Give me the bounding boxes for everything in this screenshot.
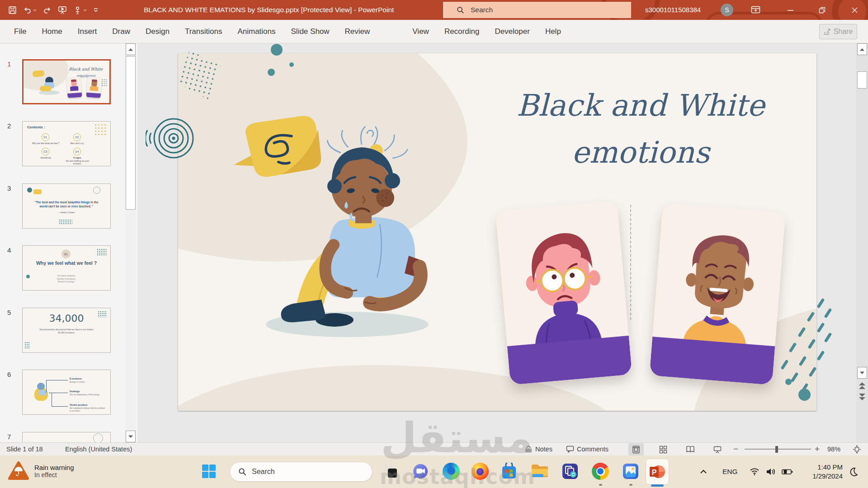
tray-time: 1:40 PM bbox=[817, 463, 843, 472]
slide-show-button[interactable] bbox=[710, 443, 725, 455]
battery-charging-icon[interactable] bbox=[781, 455, 793, 488]
tab-review[interactable]: Review bbox=[337, 20, 378, 43]
tab-recording[interactable]: Recording bbox=[437, 20, 487, 43]
search-input[interactable] bbox=[471, 6, 606, 14]
next-slide-button[interactable] bbox=[859, 393, 865, 400]
thumbnail-scrollbar[interactable] bbox=[125, 43, 136, 442]
tab-help[interactable]: Help bbox=[538, 20, 569, 43]
tab-view[interactable]: View bbox=[405, 20, 437, 43]
slide-indicator[interactable]: Slide 1 of 18 bbox=[6, 443, 43, 455]
undo-button[interactable] bbox=[23, 6, 37, 14]
tab-design[interactable]: Design bbox=[138, 20, 177, 43]
user-avatar[interactable]: S bbox=[721, 4, 733, 16]
language-switcher[interactable]: ENG bbox=[722, 455, 738, 488]
close-button[interactable] bbox=[842, 0, 867, 20]
task-view-button[interactable] bbox=[381, 461, 401, 481]
tab-transitions[interactable]: Transitions bbox=[177, 20, 230, 43]
slide-thumbnail-4[interactable]: 01 Why we feel what we feel ? Not same e… bbox=[22, 245, 111, 291]
scroll-down-button[interactable] bbox=[857, 367, 867, 379]
thumbnail-scroll-up-button[interactable] bbox=[126, 43, 136, 55]
photos-app-icon[interactable] bbox=[621, 461, 641, 481]
normal-view-button[interactable] bbox=[628, 443, 644, 455]
slide-scrollbar[interactable] bbox=[856, 43, 868, 442]
file-explorer-icon[interactable] bbox=[530, 461, 550, 481]
slide-thumbnail-panel: 1 2 3 4 5 6 7 Black and Whiteemotions bbox=[0, 43, 137, 442]
scroll-up-button[interactable] bbox=[857, 43, 867, 55]
restore-button[interactable] bbox=[809, 0, 835, 20]
customize-qat-button[interactable] bbox=[93, 7, 99, 13]
teal-dot bbox=[785, 379, 792, 385]
save-icon[interactable] bbox=[8, 6, 17, 14]
photos-running-indicator bbox=[629, 484, 632, 486]
comments-toggle[interactable]: Comments bbox=[566, 443, 609, 455]
concentric-circles-decoration bbox=[146, 111, 200, 165]
night-mode-icon[interactable] bbox=[849, 455, 858, 488]
slide-thumbnail-3[interactable]: "The best and the most beautiful things … bbox=[22, 183, 111, 229]
thumb-number-5: 5 bbox=[7, 309, 11, 316]
taskbar-search-input[interactable] bbox=[252, 468, 356, 476]
share-icon bbox=[824, 28, 831, 35]
start-button[interactable] bbox=[199, 461, 219, 481]
notes-icon bbox=[524, 446, 533, 453]
chrome-browser-icon[interactable] bbox=[590, 461, 610, 481]
ribbon-display-options-button[interactable] bbox=[743, 0, 768, 20]
slide-thumbnail-7[interactable] bbox=[22, 432, 111, 442]
gold-sparkles bbox=[94, 123, 108, 135]
undo-dropdown-icon bbox=[33, 8, 37, 12]
windows-taskbar: Rain warning In effect bbox=[0, 455, 868, 488]
slide-sorter-view-button[interactable] bbox=[656, 443, 671, 455]
ribbon-tab-bar: File Home Insert Draw Design Transitions… bbox=[0, 20, 868, 43]
volume-icon[interactable] bbox=[766, 455, 776, 488]
rain-warning-icon bbox=[8, 461, 29, 481]
fit-to-window-button[interactable] bbox=[850, 443, 863, 455]
slide-thumbnail-2[interactable]: Contents : 01 Why we feel what we feel ?… bbox=[22, 121, 111, 166]
chrome-running-indicator bbox=[599, 484, 602, 486]
slide-thumbnail-1[interactable]: Black and Whiteemotions bbox=[22, 59, 111, 104]
clock-widget[interactable]: 1:40 PM 1/29/2024 bbox=[801, 455, 843, 488]
previous-slide-button[interactable] bbox=[859, 382, 865, 389]
zoom-out-button[interactable]: − bbox=[733, 443, 738, 455]
tray-show-hidden-icons[interactable] bbox=[700, 455, 707, 488]
titlebar-search[interactable] bbox=[443, 2, 631, 18]
thumb-number-3: 3 bbox=[7, 184, 11, 192]
minimize-button[interactable] bbox=[778, 0, 803, 20]
zoom-in-button[interactable]: + bbox=[815, 443, 820, 455]
powerpoint-active-tile[interactable]: P bbox=[646, 459, 669, 485]
wifi-icon[interactable] bbox=[750, 455, 760, 488]
share-button[interactable]: Share bbox=[819, 24, 857, 39]
slide-canvas[interactable]: Black and White emotions bbox=[178, 53, 816, 411]
angry-face-card[interactable] bbox=[495, 201, 632, 385]
tab-developer[interactable]: Developer bbox=[487, 20, 538, 43]
slide-title-text[interactable]: Black and White emotions bbox=[505, 82, 776, 176]
weather-widget[interactable]: Rain warning In effect bbox=[8, 461, 74, 481]
slideshow-from-beginning-button[interactable] bbox=[58, 5, 67, 14]
firefox-browser-icon[interactable] bbox=[470, 461, 490, 481]
tab-slide-show[interactable]: Slide Show bbox=[283, 20, 337, 43]
chat-app-icon[interactable] bbox=[410, 461, 430, 481]
tab-draw[interactable]: Draw bbox=[104, 20, 138, 43]
reading-view-button[interactable] bbox=[683, 443, 698, 455]
touch-mouse-mode-button[interactable] bbox=[73, 6, 87, 14]
taskbar-search[interactable] bbox=[230, 462, 373, 482]
zoom-level[interactable]: 98% bbox=[827, 443, 840, 455]
thumbnail-scroll-down-button[interactable] bbox=[126, 431, 136, 442]
microsoft-store-icon[interactable] bbox=[499, 461, 519, 481]
notes-toggle[interactable]: Notes bbox=[524, 443, 552, 455]
tab-home[interactable]: Home bbox=[34, 20, 70, 43]
teal-dot bbox=[271, 44, 283, 56]
speech-bubble bbox=[229, 114, 322, 180]
thumbnail-scrollbar-thumb[interactable] bbox=[126, 56, 136, 210]
edge-browser-icon[interactable] bbox=[441, 461, 461, 481]
backup-app-icon[interactable] bbox=[560, 461, 580, 481]
scrollbar-thumb[interactable] bbox=[857, 71, 867, 89]
slide-thumbnail-6[interactable]: E-motions Energy in motion Feelings Are … bbox=[22, 370, 111, 415]
redo-button[interactable] bbox=[43, 6, 52, 14]
status-bar: Slide 1 of 18 English (United States) No… bbox=[0, 442, 868, 455]
tab-insert[interactable]: Insert bbox=[70, 20, 105, 43]
tab-animations[interactable]: Animations bbox=[230, 20, 283, 43]
zoom-slider-handle[interactable] bbox=[775, 446, 778, 453]
happy-face-card[interactable] bbox=[649, 203, 785, 385]
tab-file[interactable]: File bbox=[6, 20, 34, 43]
language-indicator[interactable]: English (United States) bbox=[65, 443, 132, 455]
slide-thumbnail-5[interactable]: 34,000 Neuroscientists discovered that w… bbox=[22, 308, 111, 353]
